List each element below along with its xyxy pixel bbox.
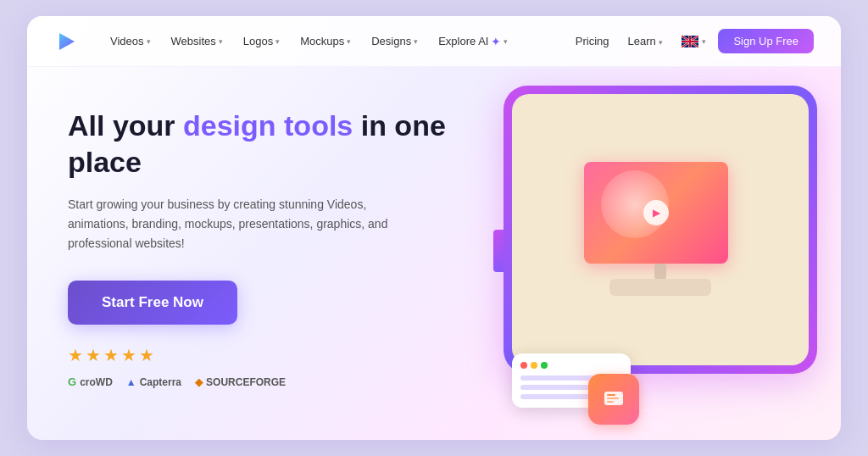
crowd-g-icon: G	[68, 375, 76, 388]
partner-sourceforge: ◆ SOURCEFORGE	[195, 376, 286, 388]
monitor-neck	[654, 264, 666, 279]
tablet-illustration: ▶	[504, 86, 817, 416]
partner-capterra: ▲ Capterra	[126, 376, 181, 388]
nav-item-mockups[interactable]: Mockups ▾	[292, 30, 359, 53]
chevron-down-icon: ▾	[659, 38, 663, 47]
nav-learn[interactable]: Learn ▾	[621, 30, 670, 53]
dot-red	[520, 362, 527, 369]
nav-items: Videos ▾ Websites ▾ Logos ▾ Mockups ▾ De…	[102, 30, 569, 53]
star-4: ★	[121, 345, 136, 365]
tablet-outer-frame: ▶	[504, 86, 817, 374]
monitor-keyboard	[609, 279, 711, 296]
chevron-down-icon: ▾	[414, 37, 418, 46]
orange-badge-icon	[602, 387, 626, 411]
lang-chevron-icon: ▾	[702, 37, 706, 46]
dot-yellow	[531, 362, 537, 369]
card-line-2	[520, 385, 592, 390]
hero-title: All your design tools in one place	[68, 108, 475, 180]
nav-item-explore-ai[interactable]: Explore AI ✦ ▾	[430, 30, 516, 53]
svg-rect-9	[682, 41, 698, 42]
chevron-down-icon: ▾	[147, 37, 151, 46]
star-3: ★	[103, 345, 119, 365]
nav-item-designs[interactable]: Designs ▾	[363, 30, 426, 53]
logo[interactable]	[54, 30, 81, 53]
partner-crowd: G croWD	[68, 375, 113, 388]
tablet-handle	[493, 230, 504, 272]
flag-icon	[682, 36, 698, 47]
nav-right: Pricing Learn ▾	[569, 29, 814, 53]
language-selector[interactable]: ▾	[675, 32, 713, 51]
navbar: Videos ▾ Websites ▾ Logos ▾ Mockups ▾ De…	[27, 16, 841, 67]
card-dots	[520, 362, 622, 369]
partners-row: G croWD ▲ Capterra ◆ SOURCEFORGE	[68, 375, 475, 388]
star-2: ★	[86, 345, 101, 365]
cta-button[interactable]: Start Free Now	[68, 281, 237, 325]
sourceforge-icon: ◆	[195, 376, 203, 388]
nav-item-videos[interactable]: Videos ▾	[102, 30, 159, 53]
dot-green	[541, 362, 548, 369]
nav-item-websites[interactable]: Websites ▾	[163, 30, 231, 53]
tablet-screen: ▶	[512, 94, 809, 365]
capterra-icon: ▲	[126, 376, 136, 388]
nav-pricing[interactable]: Pricing	[569, 30, 616, 53]
play-button-icon: ▶	[643, 200, 669, 225]
hero-right: ▶	[475, 94, 800, 420]
hero-left: All your design tools in one place Start…	[68, 94, 475, 420]
chevron-down-icon: ▾	[275, 37, 280, 46]
hero-subtitle: Start growing your business by creating …	[68, 195, 398, 253]
svg-rect-11	[607, 394, 615, 396]
floating-orange-badge	[588, 374, 639, 425]
hero-section: All your design tools in one place Start…	[27, 67, 841, 440]
nav-item-logos[interactable]: Logos ▾	[235, 30, 288, 53]
star-1: ★	[68, 345, 83, 365]
svg-rect-12	[607, 398, 619, 399]
monitor-screen: ▶	[584, 162, 728, 264]
svg-marker-0	[59, 33, 75, 50]
svg-rect-13	[607, 401, 614, 403]
monitor-3d: ▶	[576, 162, 745, 298]
ai-star-icon: ✦	[491, 35, 501, 48]
star-5: ★	[139, 345, 154, 365]
signup-button[interactable]: Sign Up Free	[718, 29, 814, 53]
chevron-down-icon: ▾	[219, 37, 223, 46]
page-background: Videos ▾ Websites ▾ Logos ▾ Mockups ▾ De…	[0, 0, 868, 456]
chevron-down-icon: ▾	[504, 37, 508, 46]
main-card: Videos ▾ Websites ▾ Logos ▾ Mockups ▾ De…	[27, 16, 841, 440]
chevron-down-icon: ▾	[347, 37, 351, 46]
stars-rating: ★ ★ ★ ★ ★	[68, 345, 475, 365]
